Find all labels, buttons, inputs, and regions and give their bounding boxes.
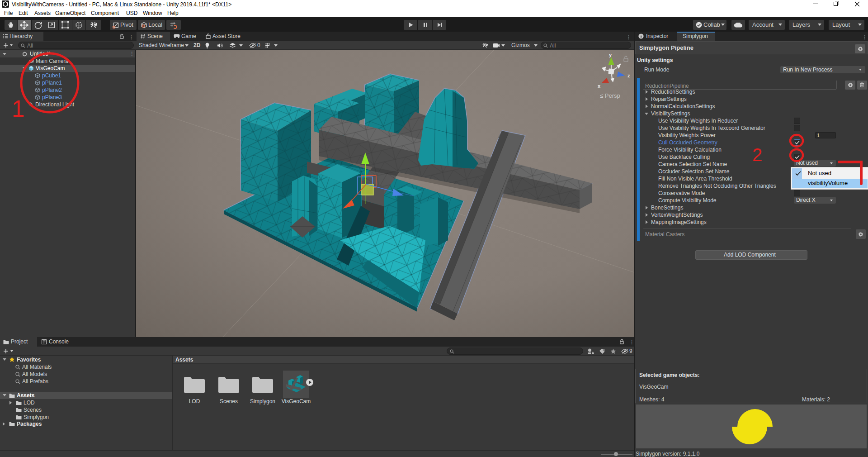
svg-text:1: 1	[12, 95, 25, 122]
svg-text:2: 2	[752, 145, 762, 165]
svg-text:y: y	[609, 52, 612, 57]
svg-text:z: z	[627, 73, 630, 78]
svg-text:≤ Persp: ≤ Persp	[600, 92, 620, 99]
svg-text:x: x	[598, 83, 601, 89]
